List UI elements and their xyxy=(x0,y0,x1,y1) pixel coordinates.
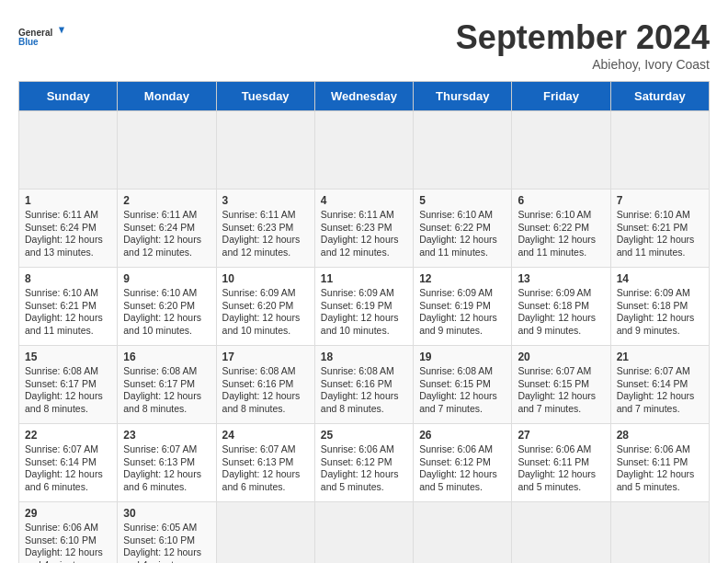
calendar-cell xyxy=(314,111,413,190)
week-row-1: 1Sunrise: 6:11 AMSunset: 6:24 PMDaylight… xyxy=(19,190,710,268)
day-info: and 10 minutes. xyxy=(321,325,407,338)
day-info: and 11 minutes. xyxy=(419,247,506,259)
month-title: September 2024 xyxy=(456,18,710,57)
day-info: and 6 minutes. xyxy=(123,481,210,494)
calendar-cell: 7Sunrise: 6:10 AMSunset: 6:21 PMDaylight… xyxy=(610,190,709,268)
day-info: Sunrise: 6:06 AM xyxy=(321,443,407,456)
day-info: Sunrise: 6:06 AM xyxy=(419,443,506,456)
day-info: and 8 minutes. xyxy=(321,403,407,416)
day-info: Sunrise: 6:10 AM xyxy=(419,209,506,222)
day-info: Daylight: 12 hours xyxy=(518,312,604,325)
day-info: Sunrise: 6:08 AM xyxy=(222,365,309,378)
day-number: 9 xyxy=(123,272,210,285)
day-number: 11 xyxy=(321,272,407,285)
calendar-cell xyxy=(512,502,610,564)
day-number: 10 xyxy=(222,272,309,285)
day-info: Sunrise: 6:07 AM xyxy=(222,443,309,456)
day-info: and 13 minutes. xyxy=(25,247,111,259)
day-number: 19 xyxy=(419,350,506,363)
calendar-cell: 1Sunrise: 6:11 AMSunset: 6:24 PMDaylight… xyxy=(19,190,118,268)
svg-text:General: General xyxy=(18,28,52,38)
day-info: and 8 minutes. xyxy=(25,403,111,416)
day-info: Daylight: 12 hours xyxy=(222,390,309,403)
day-number: 27 xyxy=(518,429,604,442)
day-info: Daylight: 12 hours xyxy=(419,468,506,481)
calendar-cell: 12Sunrise: 6:09 AMSunset: 6:19 PMDayligh… xyxy=(414,268,512,346)
day-number: 5 xyxy=(419,194,506,207)
day-info: and 11 minutes. xyxy=(617,247,703,259)
day-info: Sunset: 6:10 PM xyxy=(25,534,111,547)
day-info: Daylight: 12 hours xyxy=(25,390,111,403)
day-info: Sunset: 6:24 PM xyxy=(123,222,210,235)
day-info: and 8 minutes. xyxy=(123,403,210,416)
day-info: Sunset: 6:16 PM xyxy=(321,378,407,391)
week-row-5: 29Sunrise: 6:06 AMSunset: 6:10 PMDayligh… xyxy=(19,502,710,564)
day-info: Daylight: 12 hours xyxy=(617,312,703,325)
day-info: Sunrise: 6:09 AM xyxy=(321,287,407,300)
day-info: Sunrise: 6:10 AM xyxy=(518,209,604,222)
day-info: Daylight: 12 hours xyxy=(419,312,506,325)
svg-text:Blue: Blue xyxy=(18,37,39,47)
day-info: Sunrise: 6:10 AM xyxy=(617,209,703,222)
calendar-cell: 5Sunrise: 6:10 AMSunset: 6:22 PMDaylight… xyxy=(414,190,512,268)
day-info: Sunrise: 6:07 AM xyxy=(617,365,703,378)
day-number: 13 xyxy=(518,272,604,285)
calendar-cell: 18Sunrise: 6:08 AMSunset: 6:16 PMDayligh… xyxy=(314,346,413,424)
day-info: and 10 minutes. xyxy=(222,325,309,338)
location-title: Abiehoу, Ivory Coast xyxy=(456,57,710,72)
day-info: Daylight: 12 hours xyxy=(123,234,210,247)
day-info: and 11 minutes. xyxy=(518,247,604,259)
day-info: Sunset: 6:22 PM xyxy=(518,222,604,235)
page-header: General Blue September 2024 Abiehoу, Ivo… xyxy=(18,18,710,72)
day-number: 6 xyxy=(518,194,604,207)
svg-marker-2 xyxy=(59,28,64,34)
calendar-cell: 21Sunrise: 6:07 AMSunset: 6:14 PMDayligh… xyxy=(610,346,709,424)
day-info: Daylight: 12 hours xyxy=(222,234,309,247)
day-info: and 4 minutes. xyxy=(123,559,210,563)
day-info: Sunset: 6:18 PM xyxy=(617,300,703,313)
day-info: Sunset: 6:12 PM xyxy=(419,456,506,469)
day-info: Daylight: 12 hours xyxy=(123,390,210,403)
day-info: Sunset: 6:23 PM xyxy=(222,222,309,235)
day-number: 15 xyxy=(25,350,111,363)
day-info: and 5 minutes. xyxy=(518,481,604,494)
day-number: 12 xyxy=(419,272,506,285)
day-info: Daylight: 12 hours xyxy=(321,312,407,325)
day-info: Daylight: 12 hours xyxy=(617,234,703,247)
day-number: 3 xyxy=(222,194,309,207)
day-info: Sunset: 6:19 PM xyxy=(321,300,407,313)
calendar-cell: 24Sunrise: 6:07 AMSunset: 6:13 PMDayligh… xyxy=(216,424,314,502)
day-info: Sunset: 6:16 PM xyxy=(222,378,309,391)
calendar-cell: 29Sunrise: 6:06 AMSunset: 6:10 PMDayligh… xyxy=(19,502,118,564)
day-info: Sunset: 6:19 PM xyxy=(419,300,506,313)
day-info: and 12 minutes. xyxy=(321,247,407,259)
day-info: Daylight: 12 hours xyxy=(25,468,111,481)
day-info: and 9 minutes. xyxy=(617,325,703,338)
day-info: Sunrise: 6:08 AM xyxy=(419,365,506,378)
week-row-0 xyxy=(19,111,710,190)
day-info: Sunrise: 6:09 AM xyxy=(617,287,703,300)
day-number: 8 xyxy=(25,272,111,285)
day-info: Daylight: 12 hours xyxy=(518,468,604,481)
calendar-cell: 4Sunrise: 6:11 AMSunset: 6:23 PMDaylight… xyxy=(314,190,413,268)
calendar-cell xyxy=(216,502,314,564)
day-info: Daylight: 12 hours xyxy=(25,234,111,247)
day-info: and 9 minutes. xyxy=(518,325,604,338)
day-info: Sunrise: 6:07 AM xyxy=(123,443,210,456)
calendar-cell: 26Sunrise: 6:06 AMSunset: 6:12 PMDayligh… xyxy=(414,424,512,502)
day-info: Daylight: 12 hours xyxy=(222,312,309,325)
day-number: 30 xyxy=(123,507,210,520)
day-info: and 9 minutes. xyxy=(419,325,506,338)
day-info: Sunset: 6:24 PM xyxy=(25,222,111,235)
calendar-cell: 13Sunrise: 6:09 AMSunset: 6:18 PMDayligh… xyxy=(512,268,610,346)
calendar-cell: 6Sunrise: 6:10 AMSunset: 6:22 PMDaylight… xyxy=(512,190,610,268)
day-info: and 8 minutes. xyxy=(222,403,309,416)
calendar-cell xyxy=(216,111,314,190)
day-info: Daylight: 12 hours xyxy=(123,312,210,325)
day-info: and 5 minutes. xyxy=(321,481,407,494)
day-info: Daylight: 12 hours xyxy=(518,234,604,247)
day-info: Sunset: 6:15 PM xyxy=(518,378,604,391)
calendar-cell: 25Sunrise: 6:06 AMSunset: 6:12 PMDayligh… xyxy=(314,424,413,502)
day-number: 18 xyxy=(321,350,407,363)
day-info: Daylight: 12 hours xyxy=(321,468,407,481)
